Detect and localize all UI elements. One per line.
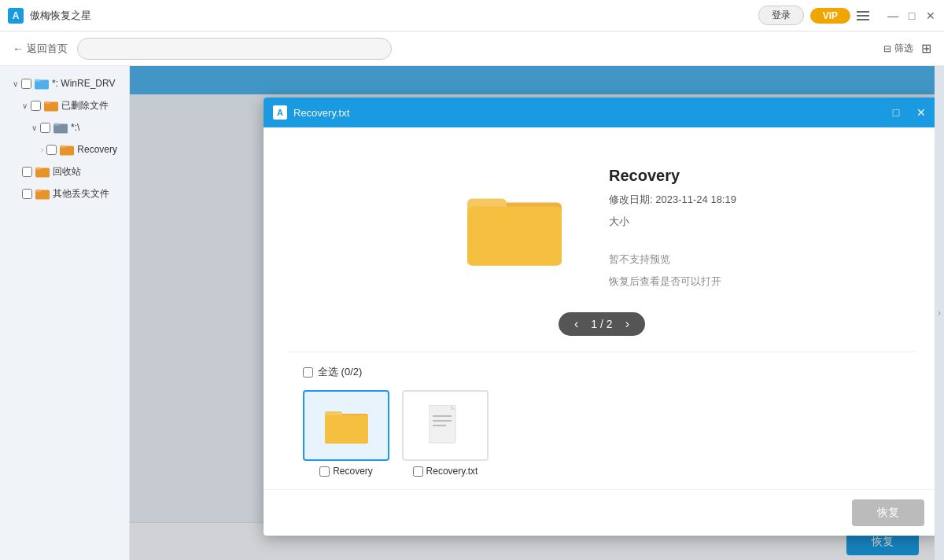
sidebar: ∨ *: WinRE_DRV ∨ 已删除文件 ∨ bbox=[0, 66, 130, 560]
sidebar-item-recycle[interactable]: 回收站 bbox=[0, 160, 129, 182]
svg-rect-14 bbox=[467, 206, 562, 265]
back-arrow-icon: ← bbox=[13, 42, 24, 55]
svg-rect-5 bbox=[53, 123, 60, 126]
next-page-button[interactable]: › bbox=[625, 317, 629, 331]
svg-rect-7 bbox=[60, 146, 66, 148]
svg-rect-11 bbox=[35, 190, 42, 192]
right-panel-toggle[interactable]: › bbox=[935, 66, 944, 560]
select-all-row: 全选 (0/2) bbox=[303, 365, 901, 379]
modal-close-button[interactable]: ✕ bbox=[912, 103, 931, 122]
app-title: 傲梅恢复之星 bbox=[30, 9, 91, 23]
select-all-label: 全选 (0/2) bbox=[318, 365, 362, 379]
window-controls: — □ ✕ bbox=[887, 10, 936, 21]
file-label-recovery-txt: Recovery.txt bbox=[413, 466, 478, 477]
minimize-button[interactable]: — bbox=[887, 10, 898, 21]
file-label-recovery: Recovery bbox=[319, 466, 373, 477]
sidebar-label-root: *:\ bbox=[71, 122, 123, 133]
back-label: 返回首页 bbox=[27, 42, 68, 56]
grid-view-button[interactable]: ⊞ bbox=[921, 41, 931, 56]
titlebar-left: A 傲梅恢复之星 bbox=[8, 8, 91, 24]
file-size: 大小 bbox=[609, 215, 736, 229]
filter-label: 筛选 bbox=[894, 42, 913, 55]
sidebar-checkbox-recovery[interactable] bbox=[46, 145, 57, 155]
svg-rect-3 bbox=[44, 101, 50, 104]
vip-button[interactable]: VIP bbox=[810, 8, 850, 24]
folder-icon-deleted bbox=[44, 98, 58, 112]
select-all-checkbox[interactable] bbox=[303, 367, 313, 378]
modal-footer: 恢复 bbox=[264, 489, 935, 536]
right-panel-arrow-icon: › bbox=[938, 308, 941, 319]
recover-button[interactable]: 恢复 bbox=[852, 499, 924, 526]
modified-label: 修改日期: bbox=[609, 193, 653, 205]
app-logo: A bbox=[8, 8, 24, 24]
sidebar-label-winre: *: WinRE_DRV bbox=[52, 78, 123, 89]
prev-page-button[interactable]: ‹ bbox=[574, 317, 578, 331]
file-modified: 修改日期: 2023-11-24 18:19 bbox=[609, 193, 736, 207]
filter-button[interactable]: ⊟ 筛选 bbox=[883, 42, 913, 55]
chevron-right-icon: › bbox=[41, 146, 43, 154]
modal-titlebar: A Recovery.txt □ ✕ bbox=[264, 98, 935, 127]
file-checkbox-recovery-txt[interactable] bbox=[413, 466, 423, 477]
folder-icon-recycle bbox=[35, 164, 50, 179]
file-thumb-recovery[interactable] bbox=[303, 390, 389, 461]
modal-title-icon: A bbox=[273, 105, 287, 120]
document-icon bbox=[429, 405, 462, 446]
modal-dialog: A Recovery.txt □ ✕ bbox=[264, 98, 935, 536]
filter-icon: ⊟ bbox=[883, 43, 891, 54]
sidebar-checkbox-root[interactable] bbox=[40, 123, 50, 133]
sidebar-label-other: 其他丢失文件 bbox=[53, 187, 123, 201]
sidebar-item-root[interactable]: ∨ *:\ bbox=[0, 116, 129, 138]
folder-icon-winre bbox=[35, 76, 49, 90]
size-label: 大小 bbox=[609, 216, 629, 227]
content-area: A Recovery.txt □ ✕ bbox=[130, 66, 935, 560]
sidebar-label-recycle: 回收站 bbox=[53, 165, 123, 179]
file-thumb-recovery-txt[interactable] bbox=[402, 390, 489, 461]
close-button[interactable]: ✕ bbox=[925, 10, 936, 21]
sidebar-checkbox-deleted[interactable] bbox=[31, 101, 41, 111]
modal-minimize-button[interactable]: □ bbox=[887, 103, 905, 122]
chevron-down-icon: ∨ bbox=[13, 79, 18, 88]
sidebar-checkbox-other[interactable] bbox=[22, 189, 32, 199]
main-layout: ∨ *: WinRE_DRV ∨ 已删除文件 ∨ bbox=[0, 66, 944, 560]
app-logo-char: A bbox=[13, 10, 20, 21]
modal-window-controls: □ ✕ bbox=[887, 103, 931, 122]
folder-icon-other bbox=[35, 186, 50, 201]
folder-icon-root bbox=[53, 120, 68, 134]
file-grid-section: 全选 (0/2) bbox=[287, 352, 916, 489]
modal-title-text: Recovery.txt bbox=[293, 107, 880, 119]
list-item: Recovery.txt bbox=[402, 390, 489, 477]
sidebar-checkbox-winre[interactable] bbox=[21, 79, 31, 89]
sidebar-label-recovery: Recovery bbox=[77, 144, 123, 155]
sidebar-label-deleted: 已删除文件 bbox=[61, 99, 123, 112]
preview-folder-icon bbox=[467, 189, 562, 267]
file-grid: Recovery bbox=[303, 390, 901, 477]
file-checkbox-recovery[interactable] bbox=[319, 466, 330, 477]
svg-rect-18 bbox=[429, 405, 455, 443]
app-toolbar: ← 返回首页 ⊟ 筛选 ⊞ bbox=[0, 31, 944, 66]
pagination: ‹ 1 / 2 › bbox=[559, 312, 645, 336]
preview-note: 暂不支持预览 bbox=[609, 252, 736, 267]
list-item: Recovery bbox=[303, 390, 389, 477]
page-current: 1 bbox=[591, 318, 597, 330]
sidebar-checkbox-recycle[interactable] bbox=[22, 167, 32, 177]
file-info: Recovery 修改日期: 2023-11-24 18:19 大小 暂不支持预… bbox=[609, 167, 736, 289]
chevron-down-icon: ∨ bbox=[31, 123, 37, 132]
svg-rect-9 bbox=[35, 168, 42, 170]
svg-rect-1 bbox=[35, 79, 41, 82]
search-input[interactable] bbox=[77, 38, 392, 60]
pagination-text: 1 / 2 bbox=[591, 318, 612, 330]
sidebar-item-deleted[interactable]: ∨ 已删除文件 bbox=[0, 94, 129, 116]
maximize-button[interactable]: □ bbox=[906, 10, 917, 21]
back-button[interactable]: ← 返回首页 bbox=[13, 42, 68, 56]
modal-body: Recovery 修改日期: 2023-11-24 18:19 大小 暂不支持预… bbox=[264, 127, 935, 489]
sidebar-item-recovery[interactable]: › Recovery bbox=[0, 138, 129, 160]
hamburger-icon[interactable] bbox=[857, 11, 869, 20]
svg-rect-17 bbox=[325, 415, 368, 444]
sidebar-item-winre[interactable]: ∨ *: WinRE_DRV bbox=[0, 72, 129, 94]
preview-area: Recovery 修改日期: 2023-11-24 18:19 大小 暂不支持预… bbox=[287, 151, 916, 304]
login-button[interactable]: 登录 bbox=[758, 6, 804, 25]
folder-icon-recovery bbox=[60, 142, 74, 157]
sidebar-item-other[interactable]: 其他丢失文件 bbox=[0, 182, 129, 204]
file-name: Recovery bbox=[609, 167, 736, 185]
modified-value: 2023-11-24 18:19 bbox=[655, 193, 736, 205]
